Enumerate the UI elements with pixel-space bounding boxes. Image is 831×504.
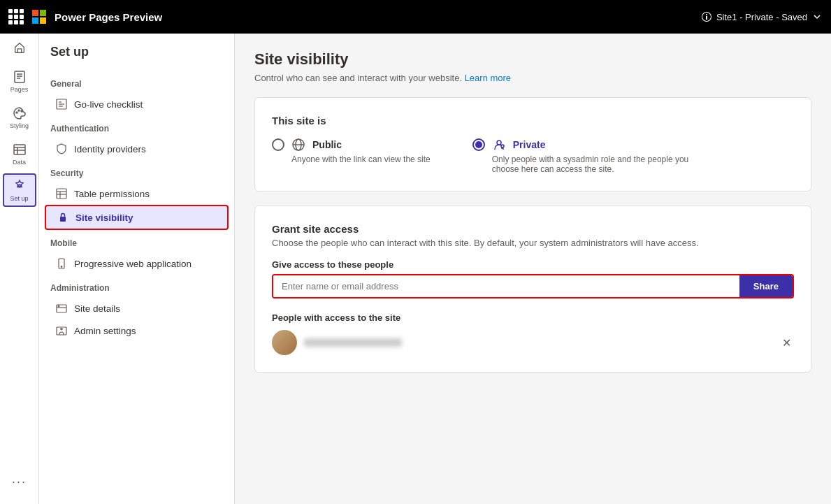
mobile-icon xyxy=(56,258,67,269)
svg-point-4 xyxy=(16,112,17,113)
sidebar-item-progressive-web[interactable]: Progressive web application xyxy=(45,252,229,275)
sidebar-item-admin-settings[interactable]: Admin settings xyxy=(45,319,229,342)
svg-rect-20 xyxy=(60,217,66,222)
sidebar-title: Set up xyxy=(39,45,234,71)
globe-icon xyxy=(291,138,305,152)
main-content: Site visibility Control who can see and … xyxy=(235,34,831,504)
rail-item-pages[interactable]: Pages xyxy=(3,64,36,98)
grant-title: Grant site access xyxy=(272,223,794,235)
checklist-icon xyxy=(56,99,67,110)
rail-item-setup[interactable]: Set up xyxy=(3,173,36,207)
svg-point-6 xyxy=(21,110,22,112)
section-general: General xyxy=(39,71,234,93)
sidebar-item-site-visibility[interactable]: Site visibility xyxy=(45,205,229,230)
svg-rect-0 xyxy=(15,71,24,82)
public-label: Public xyxy=(312,139,342,150)
public-desc: Anyone with the link can view the site xyxy=(272,154,431,164)
rail-item-more[interactable]: ··· xyxy=(3,465,36,498)
section-mobile: Mobile xyxy=(39,230,234,252)
app-title: Power Pages Preview xyxy=(55,11,162,23)
topbar: Power Pages Preview Site1 - Private - Sa… xyxy=(0,0,831,34)
remove-person-button[interactable]: ✕ xyxy=(779,333,794,352)
learn-more-link[interactable]: Learn more xyxy=(465,73,511,83)
private-icon xyxy=(492,138,506,152)
people-access-label: People with access to the site xyxy=(272,312,794,323)
grid-icon[interactable] xyxy=(8,9,24,24)
private-label: Private xyxy=(513,139,546,150)
svg-rect-16 xyxy=(57,189,66,199)
svg-point-31 xyxy=(497,141,501,145)
svg-point-5 xyxy=(18,110,20,111)
sidebar-item-identity-providers[interactable]: Identity providers xyxy=(45,138,229,160)
svg-point-32 xyxy=(501,145,504,147)
table-icon xyxy=(56,188,67,199)
give-access-label: Give access to these people xyxy=(272,259,794,270)
sidebar-item-go-live[interactable]: Go-live checklist xyxy=(45,93,229,115)
section-administration: Administration xyxy=(39,275,234,297)
person-name xyxy=(304,338,402,347)
ms-logo xyxy=(32,10,46,24)
grant-access-card: Grant site access Choose the people who … xyxy=(254,206,811,373)
icon-rail: Pages Styling Data Set up ··· xyxy=(0,34,39,504)
private-desc: Only people with a sysadmin role and the… xyxy=(472,154,696,174)
visibility-radio-group: Public Anyone with the link can view the… xyxy=(272,138,794,174)
site-status[interactable]: Site1 - Private - Saved xyxy=(701,11,823,22)
section-authentication: Authentication xyxy=(39,115,234,138)
admin-icon xyxy=(56,325,67,336)
rail-item-styling[interactable]: Styling xyxy=(3,101,36,134)
section-security: Security xyxy=(39,160,234,182)
svg-point-25 xyxy=(58,305,59,307)
private-option[interactable]: Private Only people with a sysadmin role… xyxy=(472,138,696,174)
rail-item-data[interactable]: Data xyxy=(3,137,36,171)
shield-icon xyxy=(56,143,67,154)
svg-point-22 xyxy=(61,266,62,268)
svg-rect-7 xyxy=(14,145,25,154)
private-radio[interactable] xyxy=(472,138,485,151)
person-info xyxy=(272,330,402,355)
sidebar-item-site-details[interactable]: Site details xyxy=(45,297,229,319)
site-is-label: This site is xyxy=(272,115,794,127)
lock-icon xyxy=(57,212,68,223)
person-row: ✕ xyxy=(272,330,794,355)
share-button[interactable]: Share xyxy=(739,275,793,297)
avatar xyxy=(272,330,297,355)
home-icon xyxy=(13,41,26,54)
sidebar-item-table-permissions[interactable]: Table permissions xyxy=(45,182,229,205)
site-visibility-card: This site is Public Anyone with the link… xyxy=(254,97,811,192)
site-icon xyxy=(56,303,67,314)
grant-desc: Choose the people who can interact with … xyxy=(272,238,794,248)
public-radio[interactable] xyxy=(272,138,284,151)
share-input[interactable] xyxy=(273,275,739,297)
page-title: Site visibility xyxy=(254,50,811,69)
input-share-row: Share xyxy=(272,274,794,298)
page-subtitle: Control who can see and interact with yo… xyxy=(254,73,811,83)
sidebar: Set up General Go-live checklist Authent… xyxy=(39,34,235,504)
svg-point-27 xyxy=(61,328,62,329)
public-option[interactable]: Public Anyone with the link can view the… xyxy=(272,138,431,174)
home-nav[interactable] xyxy=(0,34,39,62)
